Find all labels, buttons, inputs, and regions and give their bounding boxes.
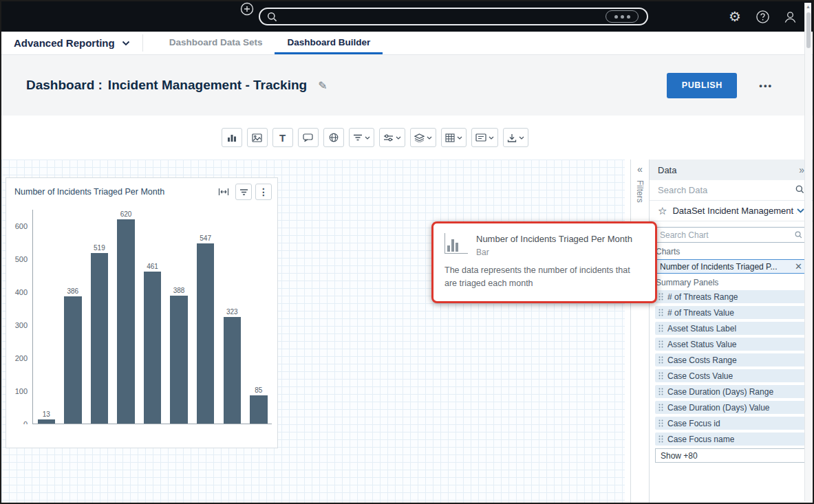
edit-pencil-icon[interactable]: ✎ (318, 79, 327, 92)
drag-handle-icon (658, 293, 663, 300)
slider-dropdown-button[interactable] (379, 128, 405, 147)
page-title-prefix: Dashboard : (26, 78, 103, 93)
search-icon (795, 184, 804, 197)
account-icon[interactable] (782, 9, 797, 24)
page-scrollbar[interactable]: ▲ (804, 3, 811, 501)
global-search-bar[interactable] (259, 8, 648, 25)
summary-panel-item[interactable]: Case Focus id (655, 417, 807, 430)
app-switcher-label: Advanced Reporting (14, 37, 115, 49)
fit-width-icon[interactable] (215, 184, 232, 200)
top-bar: ⚙ (1, 1, 813, 32)
settings-gear-icon[interactable]: ⚙ (727, 9, 742, 24)
y-tick-label: 400 (15, 288, 28, 296)
filter-dropdown-button[interactable] (349, 128, 374, 147)
add-image-button[interactable] (247, 128, 268, 147)
summary-panel-item[interactable]: # of Threats Range (655, 290, 807, 303)
more-options-button[interactable]: ••• (759, 80, 773, 91)
summary-panel-item[interactable]: Case Focus name (655, 432, 807, 446)
panel-dropdown-button[interactable] (471, 128, 498, 147)
summary-panel-item[interactable]: Case Duration (Days) Value (655, 401, 807, 414)
drag-handle-icon (658, 419, 663, 427)
bar (170, 296, 187, 424)
bar-value-label: 85 (255, 386, 262, 394)
bar-value-label: 620 (120, 210, 132, 218)
filters-panel-label[interactable]: Filters (635, 180, 645, 203)
export-dropdown-button[interactable] (503, 128, 528, 147)
help-icon[interactable] (755, 9, 770, 24)
chevron-down-icon[interactable] (797, 208, 804, 213)
bar-value-label: 547 (200, 234, 211, 242)
global-search-input[interactable] (283, 12, 640, 22)
summary-panel-item[interactable]: Case Duration (Days) Range (655, 385, 807, 398)
chevron-down-icon (122, 41, 130, 46)
summary-panels-section-label: Summary Panels (656, 278, 806, 287)
bar (250, 395, 267, 424)
star-icon[interactable]: ☆ (658, 205, 667, 217)
bar-value-label: 13 (43, 410, 50, 418)
scroll-up-arrow[interactable]: ▲ (805, 4, 811, 9)
chart-widget-header: Number of Incidents Triaged Per Month ⋮ (6, 178, 277, 206)
data-sidebar: Data » ☆ DataSet Incident Management ... (650, 160, 813, 503)
tab-dashboard-data-sets[interactable]: Dashboard Data Sets (157, 32, 275, 54)
summary-panel-item[interactable]: Case Costs Range (655, 353, 807, 366)
bar-chart: 0100200300400500600 13Apr 2021386Jun 202… (12, 210, 272, 424)
y-axis: 0100200300400500600 (12, 210, 32, 424)
summary-panel-item-label: Case Focus id (667, 419, 720, 428)
dashboard-canvas[interactable]: Number of Incidents Triaged Per Month ⋮ … (1, 160, 625, 503)
summary-panel-list: # of Threats Range# of Threats ValueAsse… (655, 290, 807, 446)
data-panel-title: Data (658, 165, 799, 175)
tab-bar: Dashboard Data Sets Dashboard Builder (157, 32, 383, 54)
search-chart-input[interactable] (660, 230, 795, 240)
tooltip-chart-type: Bar (476, 248, 632, 257)
bar (91, 253, 108, 424)
summary-panel-item-label: # of Threats Value (667, 308, 734, 318)
tab-dashboard-builder[interactable]: Dashboard Builder (275, 32, 383, 54)
more-dots-icon[interactable] (606, 10, 639, 23)
layers-dropdown-button[interactable] (410, 128, 436, 147)
page-title: Dashboard : Incident Management - Tracki… (26, 78, 328, 93)
bar-value-label: 386 (67, 287, 79, 295)
scrollbar-thumb[interactable] (806, 12, 811, 48)
data-panel-header: Data » (650, 160, 813, 180)
dataset-row[interactable]: ☆ DataSet Incident Management ... (650, 201, 813, 221)
bar-column: 323Dec 2021 (219, 210, 246, 424)
close-icon[interactable]: ✕ (795, 261, 802, 272)
summary-panel-item-label: Case Duration (Days) Value (667, 403, 770, 413)
app-switcher[interactable]: Advanced Reporting (1, 32, 142, 54)
bar-column: 620Aug 2021 (113, 210, 140, 424)
y-tick-label: 300 (15, 321, 28, 329)
plus-icon[interactable] (239, 1, 255, 17)
bar-chart-icon (445, 233, 468, 254)
show-more-button[interactable]: Show +80 (655, 448, 807, 463)
drag-handle-icon (658, 325, 663, 332)
summary-panel-item[interactable]: # of Threats Value (655, 306, 807, 319)
expand-right-icon[interactable]: » (799, 164, 804, 175)
bar-column: 13Apr 2021 (33, 210, 60, 424)
drag-handle-icon (658, 309, 663, 316)
chart-filter-button[interactable] (235, 184, 252, 200)
collapse-left-icon[interactable]: « (637, 164, 643, 175)
bar-value-label: 323 (226, 308, 238, 316)
bar-value-label: 461 (147, 263, 158, 270)
y-tick-label: 0 (23, 420, 28, 424)
add-chart-button[interactable] (222, 128, 242, 147)
add-web-button[interactable] (323, 128, 344, 147)
add-shape-button[interactable] (298, 128, 319, 147)
page-header: Dashboard : Incident Management - Tracki… (1, 55, 813, 116)
summary-panel-item[interactable]: Asset Status Value (655, 338, 807, 351)
summary-panel-item[interactable]: Case Costs Value (655, 369, 807, 382)
chart-widget[interactable]: Number of Incidents Triaged Per Month ⋮ … (6, 177, 278, 448)
table-dropdown-button[interactable] (441, 128, 467, 147)
bar-column: 386Jun 2021 (60, 210, 87, 424)
publish-button[interactable]: PUBLISH (667, 73, 737, 98)
summary-panel-item[interactable]: Asset Status Label (655, 322, 807, 335)
bar (38, 419, 55, 424)
selected-chart-item[interactable]: Number of Incidents Triaged P... ✕ (655, 259, 807, 274)
bar (144, 272, 161, 424)
add-text-button[interactable]: T (272, 128, 293, 147)
search-data-input[interactable] (658, 185, 795, 195)
drag-handle-icon (658, 404, 663, 411)
chart-menu-button[interactable]: ⋮ (255, 184, 272, 200)
bar (117, 219, 134, 424)
bar-value-label: 388 (173, 287, 185, 294)
